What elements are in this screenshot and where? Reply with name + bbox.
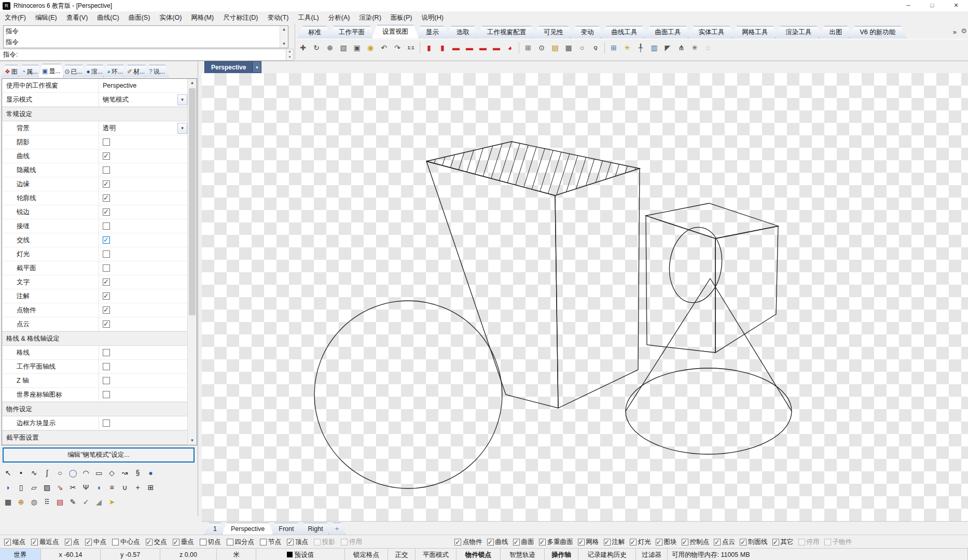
set-view-perspective-icon[interactable]: ◕	[504, 41, 516, 54]
select-tool-icon[interactable]: ↖	[2, 467, 15, 479]
panel-tab-help[interactable]: ?说...	[145, 65, 169, 77]
ribbon-tab[interactable]: 工作平面	[328, 26, 376, 38]
osnap-中点[interactable]: 中点	[85, 538, 106, 547]
ribbon-tab[interactable]: 设置视图	[371, 25, 419, 38]
osnap-停用[interactable]: 停用	[341, 538, 362, 547]
checkbox[interactable]	[103, 250, 110, 258]
sun-icon[interactable]: ☀	[621, 41, 633, 54]
command-history-scrollbar[interactable]: ▲ ▼	[280, 26, 288, 48]
plane-tool-icon[interactable]: ▱	[27, 481, 40, 494]
checkbox[interactable]	[227, 539, 233, 545]
viewport-tab-perspective[interactable]: Perspective	[222, 523, 273, 535]
filter-其它[interactable]: 其它	[772, 538, 794, 547]
checkbox[interactable]	[103, 222, 110, 230]
viewport-tab-right[interactable]: Right	[299, 523, 331, 535]
checkbox[interactable]	[103, 138, 110, 146]
checkbox[interactable]	[513, 539, 520, 545]
ribbon-tab[interactable]: 工作视窗配置	[476, 26, 537, 38]
dot-circle-icon[interactable]: ◌	[702, 41, 714, 54]
checkbox[interactable]	[103, 419, 110, 427]
checkbox[interactable]	[103, 320, 110, 328]
status-cell[interactable]: x -60.14	[41, 549, 101, 560]
freeform-curve-tool-icon[interactable]: ↝	[118, 467, 131, 479]
set-view-top-icon[interactable]: ▬	[477, 41, 489, 54]
spotlight-icon[interactable]: ◤	[661, 41, 674, 54]
checkbox[interactable]	[487, 539, 494, 545]
status-cell[interactable]: 操作轴	[545, 549, 578, 560]
ribbon-tab[interactable]: 出图	[819, 26, 853, 38]
menu-item-12[interactable]: 面板(P)	[386, 12, 417, 24]
lamp-icon[interactable]: ╀	[634, 41, 647, 54]
filter-多重曲面[interactable]: 多重曲面	[539, 538, 573, 547]
ribbon-tab[interactable]: 实体工具	[688, 26, 736, 38]
checkbox[interactable]	[630, 539, 637, 545]
split-tool-icon[interactable]: Ψ	[79, 481, 92, 494]
menu-item-5[interactable]: 实体(O)	[155, 12, 186, 24]
checkbox[interactable]	[103, 391, 110, 398]
zoom-window-icon[interactable]: ▧	[337, 41, 350, 54]
ribbon-tab[interactable]: 显示	[415, 26, 450, 38]
menu-item-9[interactable]: 工具(L)	[293, 12, 323, 24]
undo-view-icon[interactable]: ↶	[378, 41, 390, 54]
command-history[interactable]: 指令 指令 ▲ ▼	[3, 25, 288, 48]
save-viewport-icon[interactable]: ▤	[549, 41, 561, 54]
set-view-bottom-icon[interactable]: ▬	[490, 41, 503, 54]
ribbon-tab[interactable]: 渲染工具	[775, 26, 823, 38]
filter-点物件[interactable]: 点物件	[454, 538, 482, 547]
filter-注解[interactable]: 注解	[604, 538, 625, 547]
gumball-tool-icon[interactable]: ⊕	[15, 496, 27, 508]
magnifier-icon[interactable]: ○	[576, 41, 588, 54]
grid-value-text[interactable]: 透明	[103, 124, 116, 133]
blend-tool-icon[interactable]: ∪	[118, 481, 131, 494]
filter-曲面[interactable]: 曲面	[513, 538, 534, 547]
ribbon-tab[interactable]: 网格工具	[731, 26, 779, 38]
minimize-button[interactable]: ─	[896, 0, 920, 11]
four-view-icon[interactable]: ⊞	[607, 41, 620, 54]
ribbon-tab[interactable]: 曲线工具	[601, 26, 648, 38]
curve-tool-icon[interactable]: ʃ	[40, 467, 53, 479]
viewport-tab-front[interactable]: Front	[270, 523, 302, 535]
polyline-tool-icon[interactable]: ∿	[27, 467, 40, 479]
panel-tab-environment[interactable]: ◕环...	[103, 65, 127, 77]
status-cell[interactable]: z 0.00	[160, 549, 217, 560]
set-view-right-icon[interactable]: ▬	[463, 41, 476, 54]
dropdown-chevron-icon[interactable]	[177, 123, 187, 134]
osnap-点[interactable]: 点	[65, 538, 80, 547]
circle-tool-icon[interactable]: ○	[53, 467, 66, 479]
ribbon-tab[interactable]: 可见性	[533, 26, 574, 38]
menu-item-0[interactable]: 文件(F)	[0, 12, 31, 24]
osnap-投影[interactable]: 投影	[314, 538, 335, 547]
menu-item-11[interactable]: 渲染(R)	[354, 12, 385, 24]
named-view-icon[interactable]: Q	[589, 41, 602, 54]
zoom-1to1-icon[interactable]: 1:1	[405, 41, 417, 54]
checkbox[interactable]	[85, 539, 92, 545]
drop-tool-icon[interactable]: ◢	[92, 496, 105, 508]
dropdown-chevron-icon[interactable]	[177, 94, 187, 105]
camera-icon[interactable]: ⊙	[535, 41, 548, 54]
menu-item-4[interactable]: 曲面(S)	[124, 12, 155, 24]
rotate-view-icon[interactable]: ↻	[310, 41, 323, 54]
osnap-四分点[interactable]: 四分点	[227, 538, 255, 547]
checkbox[interactable]	[798, 539, 805, 545]
run-tool-icon[interactable]: ➤	[105, 496, 118, 508]
viewport-canvas[interactable]	[202, 73, 968, 521]
checkbox[interactable]	[578, 539, 585, 545]
checkbox[interactable]	[4, 539, 11, 545]
checkbox[interactable]	[31, 539, 38, 545]
checkbox[interactable]	[103, 278, 110, 286]
copy-tool-icon[interactable]: ⊞	[144, 481, 157, 494]
scrollbar-up-icon[interactable]: ▲	[188, 79, 197, 87]
osnap-端点[interactable]: 端点	[4, 538, 25, 547]
spinner-down-icon[interactable]: ▼	[286, 55, 293, 61]
osnap-节点[interactable]: 节点	[260, 538, 281, 547]
checkbox[interactable]	[103, 194, 110, 202]
ribbon-tab[interactable]: 变动	[570, 26, 605, 38]
ribbon-overflow-chevron[interactable]: »	[953, 28, 957, 36]
zoom-dynamic-icon[interactable]: ⊕	[324, 41, 336, 54]
maximize-button[interactable]: □	[920, 0, 944, 11]
checkbox[interactable]	[103, 264, 110, 272]
layout-icon[interactable]: ▦	[562, 41, 575, 54]
ribbon-tab[interactable]: 曲面工具	[644, 26, 692, 38]
screen-capture-icon[interactable]: ⊞	[522, 41, 534, 54]
menu-item-7[interactable]: 尺寸标注(D)	[218, 12, 262, 24]
